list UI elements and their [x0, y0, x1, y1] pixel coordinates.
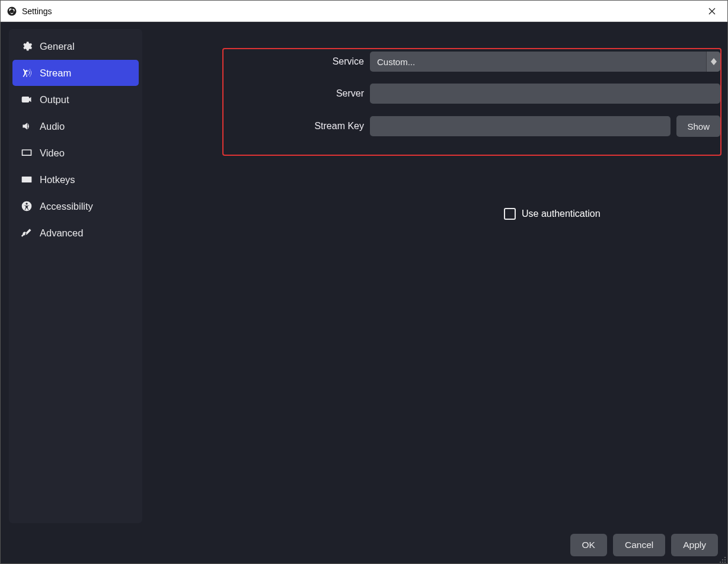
resize-grip-icon[interactable]: [719, 555, 726, 562]
svg-point-8: [724, 559, 726, 560]
show-streamkey-button[interactable]: Show: [676, 116, 720, 137]
settings-main-panel: Service Custom... Server Stream Key: [142, 22, 727, 530]
gear-icon: [21, 40, 33, 52]
sidebar-item-label: General: [40, 41, 75, 52]
service-select-value: Custom...: [377, 57, 415, 67]
sidebar-item-label: Advanced: [40, 227, 83, 239]
streamkey-label: Stream Key: [296, 121, 370, 132]
svg-point-10: [724, 562, 726, 563]
app-icon: [7, 6, 17, 17]
spinner-icon[interactable]: [706, 52, 720, 72]
sidebar-item-accessibility[interactable]: Accessibility: [12, 193, 139, 219]
sidebar-item-stream[interactable]: Stream: [12, 60, 139, 86]
svg-point-6: [25, 203, 27, 204]
settings-sidebar: General Stream Output Audio: [9, 29, 142, 523]
sidebar-item-advanced[interactable]: Advanced: [12, 220, 139, 246]
sidebar-item-label: Output: [40, 94, 69, 105]
sidebar-item-general[interactable]: General: [12, 33, 139, 59]
tools-icon: [21, 227, 33, 239]
window-title: Settings: [22, 7, 52, 16]
svg-point-12: [720, 562, 721, 563]
svg-point-11: [722, 562, 723, 563]
sidebar-item-label: Audio: [40, 121, 65, 132]
antenna-icon: [21, 67, 33, 79]
camera-icon: [21, 94, 33, 105]
sidebar-item-label: Hotkeys: [40, 174, 75, 185]
service-select[interactable]: Custom...: [370, 52, 720, 72]
accessibility-icon: [21, 200, 33, 212]
sidebar-item-audio[interactable]: Audio: [12, 113, 139, 139]
window-close-button[interactable]: [700, 2, 724, 20]
keyboard-icon: [21, 174, 33, 185]
speaker-icon: [21, 120, 33, 132]
dialog-footer: OK Cancel Apply: [1, 530, 727, 563]
svg-point-7: [724, 557, 726, 558]
use-auth-label: Use authentication: [522, 209, 601, 219]
sidebar-item-label: Accessibility: [40, 201, 93, 212]
sidebar-item-output[interactable]: Output: [12, 86, 139, 113]
server-input[interactable]: [370, 84, 720, 104]
apply-button[interactable]: Apply: [671, 534, 718, 556]
svg-point-4: [10, 9, 14, 12]
sidebar-item-hotkeys[interactable]: Hotkeys: [12, 166, 139, 193]
cancel-button[interactable]: Cancel: [613, 534, 665, 556]
use-auth-checkbox[interactable]: [504, 208, 516, 220]
monitor-icon: [21, 147, 33, 159]
server-label: Server: [296, 88, 370, 99]
svg-point-9: [722, 559, 723, 560]
sidebar-item-label: Video: [40, 148, 65, 159]
streamkey-input[interactable]: [370, 116, 670, 136]
titlebar: Settings: [1, 1, 727, 22]
service-label: Service: [296, 56, 370, 67]
ok-button[interactable]: OK: [570, 534, 607, 556]
sidebar-item-video[interactable]: Video: [12, 140, 139, 166]
sidebar-item-label: Stream: [40, 68, 71, 79]
